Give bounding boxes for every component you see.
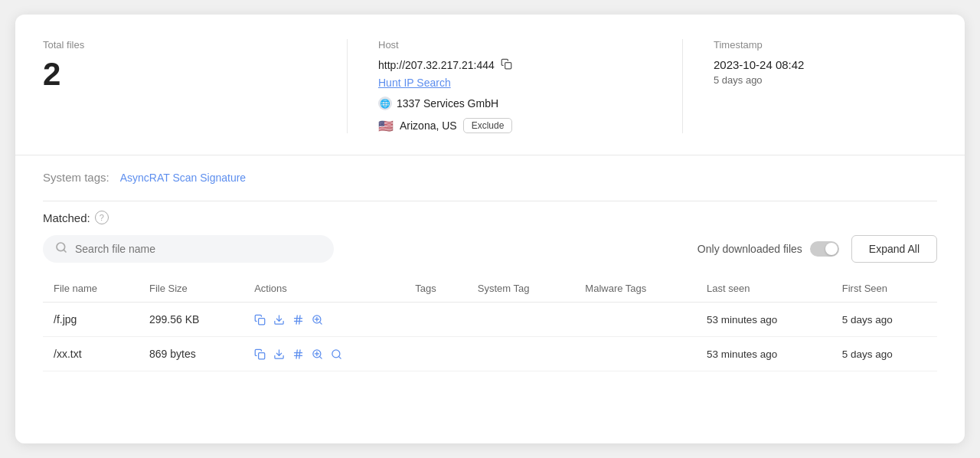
search-icon xyxy=(55,241,67,257)
table-row: /f.jpg 299.56 KB 53 minutes ago 5 days a… xyxy=(43,303,937,337)
only-downloaded-toggle-group: Only downloaded files xyxy=(697,241,839,257)
timestamp-value: 2023-10-24 08:42 xyxy=(714,58,937,71)
svg-line-16 xyxy=(296,349,297,358)
globe-icon: 🌐 xyxy=(378,97,392,110)
location-row: 🇺🇸 Arizona, US Exclude xyxy=(378,118,658,133)
tags-cell xyxy=(404,303,466,337)
tags-cell xyxy=(404,337,466,371)
system-tag-cell xyxy=(467,303,575,337)
action-icons-group xyxy=(254,314,394,326)
svg-line-8 xyxy=(299,315,300,323)
expand-all-button[interactable]: Expand All xyxy=(851,235,937,263)
only-downloaded-label: Only downloaded files xyxy=(697,243,802,255)
total-files-value: 2 xyxy=(43,58,322,90)
col-header-system-tag: System Tag xyxy=(467,275,575,303)
help-icon[interactable]: ? xyxy=(95,211,109,224)
svg-line-22 xyxy=(339,356,341,358)
info-section: Total files 2 Host http://207.32.217.21:… xyxy=(15,15,965,155)
table-header-row: File name File Size Actions Tags System … xyxy=(43,275,937,303)
timestamp-col: Timestamp 2023-10-24 08:42 5 days ago xyxy=(714,39,937,133)
controls-row: Only downloaded files Expand All xyxy=(43,235,937,263)
host-col: Host http://207.32.217.21:444 Hunt IP Se… xyxy=(378,39,683,133)
provider-row: 🌐 1337 Services GmbH xyxy=(378,97,658,110)
system-tag-cell xyxy=(467,337,575,371)
hash-action-icon[interactable] xyxy=(292,314,304,326)
download-action-icon[interactable] xyxy=(273,348,285,360)
hash-action-icon[interactable] xyxy=(292,348,304,360)
search-input[interactable] xyxy=(75,243,322,255)
download-action-icon[interactable] xyxy=(273,314,285,326)
col-header-malware-tags: Malware Tags xyxy=(574,275,696,303)
malware-tags-cell xyxy=(574,303,696,337)
matched-header: Matched: ? xyxy=(43,211,937,224)
main-card: Total files 2 Host http://207.32.217.21:… xyxy=(15,15,965,443)
toggle-knob xyxy=(825,243,838,255)
last-seen-cell: 53 minutes ago xyxy=(696,337,831,371)
total-files-col: Total files 2 xyxy=(43,39,348,133)
actions-cell xyxy=(243,303,404,337)
copy-icon[interactable] xyxy=(501,58,512,72)
total-files-label: Total files xyxy=(43,39,322,51)
file-size-cell: 299.56 KB xyxy=(139,303,243,337)
search-action-icon[interactable] xyxy=(331,348,342,360)
scan-action-icon[interactable] xyxy=(312,348,323,360)
col-header-first-seen: First Seen xyxy=(831,275,937,303)
svg-rect-12 xyxy=(259,352,265,358)
system-tags-section: System tags: AsyncRAT Scan Signature xyxy=(15,155,965,201)
last-seen-cell: 53 minutes ago xyxy=(696,303,831,337)
svg-line-7 xyxy=(296,315,297,323)
svg-rect-0 xyxy=(505,63,511,69)
copy-action-icon[interactable] xyxy=(254,314,266,326)
file-table: File name File Size Actions Tags System … xyxy=(43,275,937,371)
host-url-text: http://207.32.217.21:444 xyxy=(378,59,495,71)
location-text: Arizona, US xyxy=(400,119,457,132)
timestamp-relative: 5 days ago xyxy=(714,74,937,86)
file-name-cell: /xx.txt xyxy=(43,337,139,371)
action-icons-group xyxy=(254,348,394,360)
scan-action-icon[interactable] xyxy=(312,314,323,326)
first-seen-cell: 5 days ago xyxy=(831,303,937,337)
col-header-filesize: File Size xyxy=(139,275,243,303)
first-seen-cell: 5 days ago xyxy=(831,337,937,371)
file-size-cell: 869 bytes xyxy=(139,337,243,371)
svg-line-2 xyxy=(64,250,66,252)
matched-label: Matched: xyxy=(43,211,90,224)
svg-line-17 xyxy=(299,349,300,358)
provider-name: 1337 Services GmbH xyxy=(397,97,498,110)
host-label: Host xyxy=(378,39,658,51)
col-header-last-seen: Last seen xyxy=(696,275,831,303)
file-name-cell: /f.jpg xyxy=(43,303,139,337)
search-box xyxy=(43,235,334,263)
timestamp-label: Timestamp xyxy=(714,39,937,51)
asyncrat-tag-link[interactable]: AsyncRAT Scan Signature xyxy=(120,172,246,184)
col-header-actions: Actions xyxy=(243,275,404,303)
host-url-row: http://207.32.217.21:444 xyxy=(378,58,658,72)
copy-action-icon[interactable] xyxy=(254,348,266,360)
system-tags-label: System tags: xyxy=(43,171,109,184)
malware-tags-cell xyxy=(574,337,696,371)
matched-section: Matched: ? Only downloaded files xyxy=(15,201,965,371)
svg-rect-3 xyxy=(259,318,265,324)
col-header-tags: Tags xyxy=(404,275,466,303)
only-downloaded-toggle[interactable] xyxy=(810,241,839,257)
exclude-button[interactable]: Exclude xyxy=(463,118,513,133)
col-header-filename: File name xyxy=(43,275,139,303)
flag-icon: 🇺🇸 xyxy=(378,119,394,133)
hunt-ip-search-link[interactable]: Hunt IP Search xyxy=(378,77,658,89)
table-row: /xx.txt 869 bytes 53 minutes ago 5 days … xyxy=(43,337,937,371)
actions-cell xyxy=(243,337,404,371)
